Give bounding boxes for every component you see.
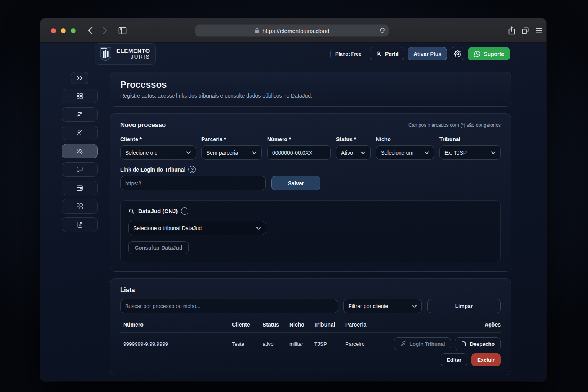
col-tribunal: Tribunal xyxy=(314,322,345,328)
menu-button[interactable] xyxy=(534,18,544,43)
brand-line1: ELEMENTO xyxy=(116,48,150,54)
parceria-label: Parceria * xyxy=(201,136,262,142)
sidebar-item-chat[interactable] xyxy=(62,162,98,177)
col-parceria: Parceria xyxy=(345,322,485,328)
menu-icon xyxy=(536,28,542,33)
profile-button[interactable]: Perfil xyxy=(370,47,404,60)
app-header: ELEMENTO JURIS Plano: Free Perfil Ativar… xyxy=(40,43,546,65)
chevron-down-icon xyxy=(424,151,429,154)
sidebar-item-documentos[interactable] xyxy=(62,217,98,232)
page-subtitle: Registre autos, acesse links dos tribuna… xyxy=(120,93,501,99)
field-status: Status * Ativo xyxy=(336,136,371,160)
consult-datajud-button[interactable]: Consultar DataJud xyxy=(128,241,189,254)
client-filter-select[interactable]: Filtrar por cliente xyxy=(343,299,422,313)
nicho-select[interactable]: Selecione um xyxy=(376,145,434,160)
page-header-card: Processos Registre autos, acesse links d… xyxy=(110,72,511,107)
field-parceria: Parceria * Sem parceria xyxy=(201,136,262,160)
cell-status: ativo xyxy=(263,341,289,347)
tabs-overview-button[interactable] xyxy=(520,18,530,43)
sidebar-item-dashboard[interactable] xyxy=(62,89,98,103)
close-window-button[interactable] xyxy=(51,28,56,33)
plan-badge: Plano: Free xyxy=(330,49,366,59)
url-bar[interactable]: https://elementojuris.cloud xyxy=(195,24,389,36)
sidebar-item-user-2[interactable] xyxy=(62,126,98,140)
edit-button[interactable]: Editar xyxy=(441,353,467,366)
tribunal-select[interactable]: Ex: TJSP xyxy=(439,145,501,160)
chevrons-right-icon xyxy=(77,75,83,81)
parceria-select[interactable]: Sem parceria xyxy=(201,145,262,160)
cliente-label: Cliente * xyxy=(120,136,196,142)
search-input[interactable] xyxy=(120,299,338,313)
minimize-window-button[interactable] xyxy=(61,28,66,33)
app-root: ELEMENTO JURIS Plano: Free Perfil Ativar… xyxy=(40,43,546,381)
nicho-select-value: Selecione um xyxy=(381,150,413,156)
profile-label: Perfil xyxy=(385,51,399,57)
user-icon xyxy=(376,51,382,57)
forward-button[interactable] xyxy=(100,18,110,43)
list-title: Lista xyxy=(120,286,501,294)
login-tribunal-button[interactable]: Login Tribunal xyxy=(394,337,451,350)
chevron-down-icon xyxy=(186,151,191,154)
support-label: Suporte xyxy=(484,51,504,57)
browser-titlebar: https://elementojuris.cloud xyxy=(40,18,546,43)
clear-filters-button[interactable]: Limpar xyxy=(427,299,501,313)
share-button[interactable] xyxy=(506,18,516,43)
status-select[interactable]: Ativo xyxy=(336,145,371,160)
activate-plus-label: Ativar Plus xyxy=(413,51,441,57)
brand-logo: ELEMENTO JURIS xyxy=(95,43,156,65)
back-button[interactable] xyxy=(85,18,95,43)
url-text: https://elementojuris.cloud xyxy=(263,27,329,34)
share-icon xyxy=(508,26,515,35)
datajud-header: DataJud (CNJ) i xyxy=(128,207,493,215)
save-button[interactable]: Salvar xyxy=(271,176,320,190)
new-process-card: Novo processo Campos marcados com (*) sã… xyxy=(110,113,511,272)
browser-sidebar-toggle[interactable] xyxy=(117,18,128,43)
field-numero: Número * xyxy=(267,136,331,160)
sidebar-toggle-icon xyxy=(118,27,127,34)
field-nicho: Nicho Selecione um xyxy=(376,136,434,160)
col-cliente: Cliente xyxy=(232,322,263,328)
users-icon xyxy=(76,147,83,155)
support-button[interactable]: Suporte xyxy=(468,47,510,60)
sidebar-expand-button[interactable] xyxy=(71,72,88,84)
status-label: Status * xyxy=(336,136,371,142)
field-cliente: Cliente * Selecione o c xyxy=(120,136,196,160)
window-controls xyxy=(51,18,76,43)
settings-button[interactable] xyxy=(451,47,464,60)
cell-nicho: militar xyxy=(289,341,314,347)
help-circle-icon[interactable]: ? xyxy=(188,166,196,173)
sidebar-item-financeiro[interactable] xyxy=(62,181,98,195)
user-icon xyxy=(76,129,83,137)
datajud-tribunal-select[interactable]: Selecione o tribunal DataJud xyxy=(128,221,266,235)
field-tribunal: Tribunal Ex: TJSP xyxy=(439,136,501,160)
link-input[interactable] xyxy=(120,176,266,190)
sidebar xyxy=(62,72,98,375)
col-numero: Número xyxy=(123,322,232,328)
form-fields-row: Cliente * Selecione o c Parceria * Sem p… xyxy=(120,136,501,160)
delete-button[interactable]: Excluir xyxy=(471,353,501,366)
sidebar-item-apps[interactable] xyxy=(62,199,98,214)
table-row: 9999999-9.99.9999 Teste ativo militar TJ… xyxy=(120,333,501,350)
pen-nib-icon xyxy=(400,341,406,347)
wallet-icon xyxy=(76,184,83,192)
despacho-button[interactable]: Despacho xyxy=(455,337,501,350)
zoom-window-button[interactable] xyxy=(71,28,76,33)
chevron-down-icon xyxy=(252,151,257,154)
numero-input[interactable] xyxy=(267,145,331,160)
shield-columns-logo-icon xyxy=(99,46,113,62)
numero-label: Número * xyxy=(267,136,331,142)
cell-parceria: Parceiro xyxy=(345,341,394,347)
info-circle-icon[interactable]: i xyxy=(181,207,188,215)
forward-chevron-icon xyxy=(103,27,107,34)
chevron-down-icon xyxy=(491,151,496,154)
sidebar-item-user-1[interactable] xyxy=(62,107,98,122)
cliente-select[interactable]: Selecione o c xyxy=(120,145,196,160)
reload-button[interactable] xyxy=(379,28,385,33)
layout-grid-icon xyxy=(76,203,83,210)
sidebar-item-processos[interactable] xyxy=(62,144,98,158)
datajud-panel: DataJud (CNJ) i Selecione o tribunal Dat… xyxy=(120,200,501,262)
activate-plus-button[interactable]: Ativar Plus xyxy=(408,47,447,60)
chevron-down-icon xyxy=(361,151,366,154)
layout-grid-icon xyxy=(76,92,83,100)
chevron-down-icon xyxy=(412,305,417,308)
